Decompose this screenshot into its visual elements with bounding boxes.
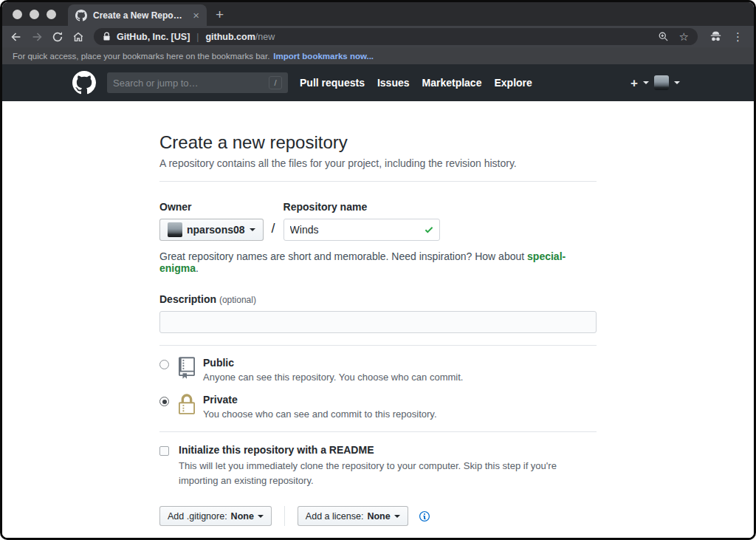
owner-select-button[interactable]: nparsons08 xyxy=(159,219,264,241)
secure-lock-icon[interactable] xyxy=(103,32,111,41)
addon-buttons-row: Add .gitignore:None Add a license:None xyxy=(159,506,597,526)
repo-name-label: Repository name xyxy=(284,201,440,213)
owner-label: Owner xyxy=(159,201,264,213)
owner-avatar xyxy=(168,222,182,237)
readme-label[interactable]: Initialize this repository with a README xyxy=(179,444,583,456)
create-new-caret-icon[interactable] xyxy=(643,81,649,84)
page-viewport: Search or jump to… / Pull requests Issue… xyxy=(2,64,754,538)
github-header: Search or jump to… / Pull requests Issue… xyxy=(2,64,754,101)
github-favicon-icon xyxy=(75,10,87,21)
description-label-text: Description xyxy=(159,293,216,305)
nav-pull-requests[interactable]: Pull requests xyxy=(300,77,365,89)
tab-title: Create a New Repository xyxy=(93,10,187,21)
readme-checkbox[interactable] xyxy=(159,446,169,456)
description-input[interactable] xyxy=(159,311,597,333)
private-radio[interactable] xyxy=(159,397,169,406)
create-repository-form: Create a new repository A repository con… xyxy=(159,101,597,538)
incognito-icon xyxy=(709,31,722,42)
repo-name-field: Repository name xyxy=(284,201,440,241)
hint-period: . xyxy=(196,262,199,274)
private-option-desc: You choose who can see and commit to thi… xyxy=(203,409,437,420)
readme-desc: This will let you immediately clone the … xyxy=(179,459,583,488)
create-new-icon[interactable]: + xyxy=(630,77,638,89)
browser-toolbar: GitHub, Inc. [US] | github.com/new ☆ ⋮ xyxy=(2,26,754,47)
window-close-button[interactable] xyxy=(13,10,22,19)
nav-marketplace[interactable]: Marketplace xyxy=(422,77,482,89)
search-placeholder: Search or jump to… xyxy=(113,78,269,89)
private-option-label[interactable]: Private xyxy=(203,394,437,406)
tab-close-icon[interactable]: × xyxy=(193,10,199,21)
license-value: None xyxy=(367,511,390,522)
home-icon[interactable] xyxy=(72,30,85,44)
user-avatar[interactable] xyxy=(654,75,669,90)
page-title: Create a new repository xyxy=(159,132,597,153)
owner-name: nparsons08 xyxy=(187,224,245,236)
add-gitignore-button[interactable]: Add .gitignore:None xyxy=(159,506,272,526)
browser-menu-icon[interactable]: ⋮ xyxy=(732,30,743,44)
license-caret-icon xyxy=(394,515,400,518)
visibility-option-public: Public Anyone can see this repository. Y… xyxy=(159,357,597,383)
visibility-option-private: Private You choose who can see and commi… xyxy=(159,394,597,420)
repo-name-input[interactable] xyxy=(284,219,440,241)
url-path: /new xyxy=(255,32,275,42)
zoom-icon[interactable] xyxy=(658,31,669,42)
tab-strip: Create a New Repository × + xyxy=(2,2,754,26)
new-tab-icon[interactable]: + xyxy=(216,7,224,21)
valid-check-icon xyxy=(424,225,434,235)
owner-repo-separator: / xyxy=(264,221,284,241)
url-security-label: GitHub, Inc. [US] xyxy=(117,32,190,42)
add-license-button[interactable]: Add a license:None xyxy=(298,506,408,526)
owner-caret-icon xyxy=(250,228,255,231)
repo-book-icon xyxy=(179,357,195,383)
bookmarks-bar: For quick access, place your bookmarks h… xyxy=(2,47,754,64)
github-nav: Pull requests Issues Marketplace Explore xyxy=(300,77,532,89)
public-option-label[interactable]: Public xyxy=(203,357,463,369)
user-menu-caret-icon[interactable] xyxy=(674,81,680,84)
owner-field: Owner nparsons08 xyxy=(159,201,264,241)
public-radio[interactable] xyxy=(159,360,169,369)
forward-icon[interactable] xyxy=(30,30,44,44)
readme-option: Initialize this repository with a README… xyxy=(159,444,597,488)
page-subtitle: A repository contains all the files for … xyxy=(159,157,597,169)
public-option-desc: Anyone can see this repository. You choo… xyxy=(203,372,463,383)
address-bar[interactable]: GitHub, Inc. [US] | github.com/new ☆ xyxy=(94,28,698,45)
divider xyxy=(159,431,597,432)
divider xyxy=(159,181,597,182)
gitignore-value: None xyxy=(231,511,254,522)
info-icon[interactable] xyxy=(419,510,430,522)
github-search-input[interactable]: Search or jump to… / xyxy=(107,72,288,93)
hint-text: Great repository names are short and mem… xyxy=(159,250,527,262)
window-controls xyxy=(13,10,56,19)
browser-tab[interactable]: Create a New Repository × xyxy=(68,4,207,26)
gitignore-prefix: Add .gitignore: xyxy=(168,511,227,522)
url-divider: | xyxy=(196,32,199,42)
bookmark-star-icon[interactable]: ☆ xyxy=(679,31,689,42)
description-label: Description (optional) xyxy=(159,293,597,305)
back-icon[interactable] xyxy=(10,30,23,44)
nav-explore[interactable]: Explore xyxy=(494,77,532,89)
description-field: Description (optional) xyxy=(159,293,597,333)
license-prefix: Add a license: xyxy=(306,511,364,522)
window-minimize-button[interactable] xyxy=(30,10,39,19)
url-host: github.com xyxy=(205,32,255,42)
bookmarks-hint: For quick access, place your bookmarks h… xyxy=(13,52,269,61)
gitignore-caret-icon xyxy=(258,515,264,518)
vertical-divider xyxy=(284,506,285,526)
divider xyxy=(159,345,597,346)
description-optional-label: (optional) xyxy=(219,295,256,305)
window-zoom-button[interactable] xyxy=(47,10,56,19)
browser-window: Create a New Repository × + GitHub, Inc.… xyxy=(0,0,756,540)
github-logo-icon[interactable] xyxy=(72,71,96,95)
search-shortcut-badge: / xyxy=(269,76,282,89)
import-bookmarks-link[interactable]: Import bookmarks now... xyxy=(273,52,374,61)
private-lock-icon xyxy=(179,394,195,420)
reload-icon[interactable] xyxy=(51,30,64,44)
name-suggestion-hint: Great repository names are short and mem… xyxy=(159,250,597,274)
nav-issues[interactable]: Issues xyxy=(377,77,410,89)
